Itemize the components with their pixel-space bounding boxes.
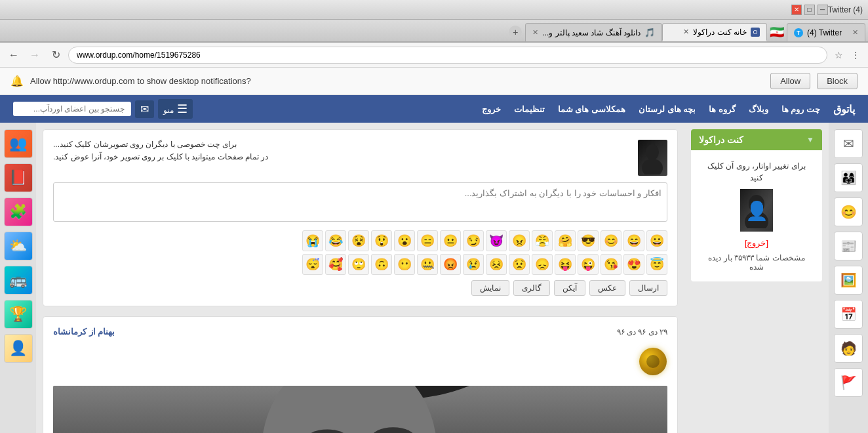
news-icon: 📰 [840, 238, 857, 254]
widget-news[interactable]: 📰 [834, 232, 863, 260]
widget-bus[interactable]: 🚌 [4, 266, 33, 295]
emoji-btn[interactable]: 😤 [532, 230, 553, 251]
message-icon[interactable]: ✉ [135, 100, 154, 118]
emoji-btn[interactable]: 😮 [394, 230, 415, 251]
post-send-button[interactable]: ارسال [629, 280, 667, 296]
emoji-btn[interactable]: 😢 [463, 254, 484, 275]
forward-button[interactable]: → [26, 47, 43, 64]
avatar-silhouette [743, 192, 770, 228]
post-avatar-image [641, 142, 664, 175]
emoji-btn[interactable]: 😟 [509, 254, 530, 275]
close-button[interactable]: ✕ [791, 5, 802, 15]
tab-site-label: خانه کنت دراکولا [693, 28, 747, 37]
tab-download[interactable]: 🎵 دانلود آهنگ شاد سعید پالتر و... ✕ [525, 23, 662, 41]
emoji-btn[interactable]: 😶 [394, 254, 415, 275]
emoji-btn[interactable]: 😍 [623, 254, 644, 275]
minimize-button[interactable]: ─ [818, 5, 828, 15]
emoji-btn[interactable]: 😝 [555, 254, 576, 275]
post-gallery-button[interactable]: گالری [513, 280, 550, 296]
nav-settings[interactable]: تنظیمات [514, 104, 545, 114]
emoji-btn[interactable]: 😏 [463, 230, 484, 251]
emoji-btn[interactable]: 🤐 [417, 254, 438, 275]
emoji-btn[interactable]: 😠 [509, 230, 530, 251]
search-input[interactable] [13, 102, 131, 116]
emoji-btn[interactable]: 😂 [325, 230, 346, 251]
block-button[interactable]: Block [817, 73, 858, 89]
reload-button[interactable]: ↻ [47, 47, 64, 64]
widget-friends[interactable]: 👥 [4, 129, 33, 158]
tab-site[interactable]: O خانه کنت دراکولا ✕ [662, 23, 767, 41]
widget-smiley[interactable]: 😊 [834, 197, 863, 226]
tab-twitter[interactable]: T (4) Twitter ✕ [787, 23, 865, 41]
post-avatar [638, 140, 667, 176]
emoji-btn[interactable]: 😇 [646, 254, 667, 275]
widget-blocks[interactable]: 🧩 [4, 197, 33, 226]
post-photo-button[interactable]: عکس [589, 280, 625, 296]
hamburger-menu[interactable]: ☰ منو [158, 99, 193, 119]
nav-chatroom[interactable]: چت روم ها [781, 104, 820, 114]
emoji-btn[interactable]: 😞 [532, 254, 553, 275]
post-display-button[interactable]: نمایش [471, 280, 509, 296]
emoji-btn[interactable]: 😲 [371, 230, 392, 251]
emoji-btn[interactable]: 🥰 [325, 254, 346, 275]
emoji-btn[interactable]: 😡 [440, 254, 461, 275]
widget-weather[interactable]: ⛅ [4, 232, 33, 260]
nav-logout[interactable]: خروج [482, 104, 501, 114]
notification-bell-icon: 🔔 [10, 75, 24, 87]
emoji-btn[interactable]: 😵 [348, 230, 369, 251]
widget-gallery[interactable]: 🖼️ [834, 266, 863, 295]
emoji-btn[interactable]: 😄 [623, 230, 644, 251]
emoji-btn[interactable]: 😴 [302, 254, 323, 275]
maximize-button[interactable]: □ [804, 5, 815, 15]
emoji-btn[interactable]: 😈 [486, 230, 507, 251]
address-bar[interactable] [68, 47, 827, 64]
tab-download-close[interactable]: ✕ [532, 28, 538, 37]
post-textarea[interactable] [53, 182, 667, 222]
emoji-btn[interactable]: 😘 [601, 254, 621, 275]
emoji-btn[interactable]: 😀 [646, 230, 667, 251]
logout-link[interactable]: [خروج] [701, 238, 812, 248]
widget-family[interactable]: 👨‍👩‍👧 [834, 163, 863, 192]
emoji-btn[interactable]: 😑 [417, 230, 438, 251]
hint-item-1: برای چت خصوصی با دیگران روی تصویرشان کلی… [53, 140, 631, 149]
widget-person[interactable]: 🧑 [834, 334, 863, 363]
emoji-btn[interactable]: 😜 [578, 254, 599, 275]
allow-button[interactable]: Allow [770, 73, 810, 89]
envelope-icon: ✉ [843, 136, 854, 152]
tab-site-close[interactable]: ✕ [683, 28, 689, 36]
emoji-btn[interactable]: 😐 [440, 230, 461, 251]
widget-face[interactable]: 👤 [4, 334, 33, 363]
gallery-icon: 🖼️ [840, 272, 857, 288]
profile-body: برای تغییر اواتار، روی آن کلیک کنید [خرو… [691, 150, 822, 281]
nav-blog[interactable]: وبلاگ [749, 104, 768, 114]
emoji-btn[interactable]: 🙃 [371, 254, 392, 275]
bookmark-button[interactable]: ☆ [831, 48, 846, 62]
emoji-btn[interactable]: 😣 [486, 254, 507, 275]
emoji-btn[interactable]: 😊 [601, 230, 621, 251]
emoji-btn[interactable]: 😭 [302, 230, 323, 251]
nav-lorestan[interactable]: بچه های لرستان [639, 104, 696, 114]
new-tab-button[interactable]: + [509, 26, 522, 39]
widget-envelope[interactable]: ✉ [834, 129, 863, 158]
emoji-btn[interactable]: 😎 [578, 230, 599, 251]
emoji-btn[interactable]: 🙄 [348, 254, 369, 275]
face-icon: 👤 [9, 340, 27, 357]
nav-classmates[interactable]: همکلاسی های شما [558, 104, 625, 114]
site-search: ☰ منو ✉ [13, 99, 193, 119]
profile-avatar[interactable] [740, 189, 773, 232]
emoji-btn[interactable]: 🤗 [555, 230, 576, 251]
feed-post-user[interactable]: بهنام از کرمانشاه [53, 327, 115, 337]
widget-top[interactable]: 🏆 [4, 300, 33, 329]
profile-header: ▼ کنت دراکولا [691, 129, 822, 150]
site-nav: پاتوق چت روم ها وبلاگ گروه ها بچه های لر… [482, 103, 855, 115]
back-button[interactable]: ← [5, 47, 22, 64]
hint-text-2: در تمام صفحات میتوانید با کلیک بر روی تص… [53, 152, 268, 161]
feed-post-header: ۲۹ دی ۹۶ دی ۹۶ بهنام از کرمانشاه [53, 327, 667, 337]
settings-button[interactable]: ⋮ [848, 48, 863, 62]
widget-calendar[interactable]: 📅 [834, 300, 863, 329]
widget-flag[interactable]: 🚩 [834, 368, 863, 397]
nav-groups[interactable]: گروه ها [709, 104, 736, 114]
widget-book[interactable]: 📕 [4, 163, 33, 192]
tab-twitter-close[interactable]: ✕ [852, 28, 858, 37]
post-icon-button[interactable]: آیکن [554, 280, 585, 296]
